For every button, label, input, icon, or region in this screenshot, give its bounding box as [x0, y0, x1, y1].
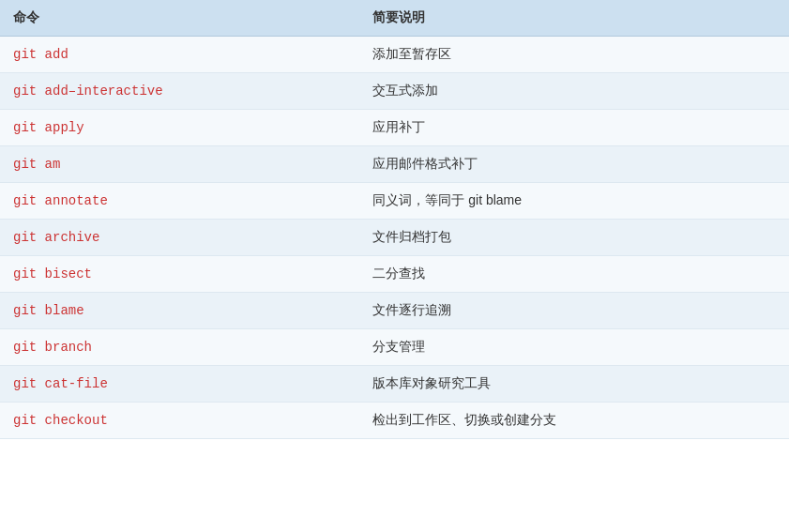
git-commands-table: 命令 简要说明 git add添加至暂存区git add–interactive… [0, 0, 789, 439]
command-cell[interactable]: git cat-file [0, 366, 359, 403]
table-row: git am应用邮件格式补丁 [0, 146, 789, 183]
command-cell[interactable]: git checkout [0, 403, 359, 439]
table-row: git annotate同义词，等同于 git blame [0, 183, 789, 220]
header-description: 简要说明 [359, 0, 789, 37]
description-cell: 版本库对象研究工具 [359, 366, 789, 403]
command-cell[interactable]: git annotate [0, 183, 359, 220]
table-row: git checkout检出到工作区、切换或创建分支 [0, 403, 789, 439]
table-row: git branch分支管理 [0, 329, 789, 366]
command-cell[interactable]: git apply [0, 110, 359, 146]
header-command: 命令 [0, 0, 359, 37]
description-cell: 应用邮件格式补丁 [359, 146, 789, 183]
command-cell[interactable]: git branch [0, 329, 359, 366]
table-row: git apply应用补丁 [0, 110, 789, 146]
description-cell: 同义词，等同于 git blame [359, 183, 789, 220]
table-row: git add–interactive交互式添加 [0, 73, 789, 110]
description-cell: 检出到工作区、切换或创建分支 [359, 403, 789, 439]
command-cell[interactable]: git add [0, 37, 359, 73]
description-cell: 文件逐行追溯 [359, 293, 789, 329]
table-row: git archive文件归档打包 [0, 220, 789, 256]
command-cell[interactable]: git archive [0, 220, 359, 256]
command-cell[interactable]: git bisect [0, 256, 359, 293]
description-cell: 二分查找 [359, 256, 789, 293]
table-row: git cat-file版本库对象研究工具 [0, 366, 789, 403]
description-cell: 文件归档打包 [359, 220, 789, 256]
command-cell[interactable]: git add–interactive [0, 73, 359, 110]
description-cell: 添加至暂存区 [359, 37, 789, 73]
table-header-row: 命令 简要说明 [0, 0, 789, 37]
table-row: git add添加至暂存区 [0, 37, 789, 73]
command-cell[interactable]: git blame [0, 293, 359, 329]
description-cell: 分支管理 [359, 329, 789, 366]
description-cell: 交互式添加 [359, 73, 789, 110]
command-cell[interactable]: git am [0, 146, 359, 183]
description-cell: 应用补丁 [359, 110, 789, 146]
table-row: git blame文件逐行追溯 [0, 293, 789, 329]
table-row: git bisect二分查找 [0, 256, 789, 293]
